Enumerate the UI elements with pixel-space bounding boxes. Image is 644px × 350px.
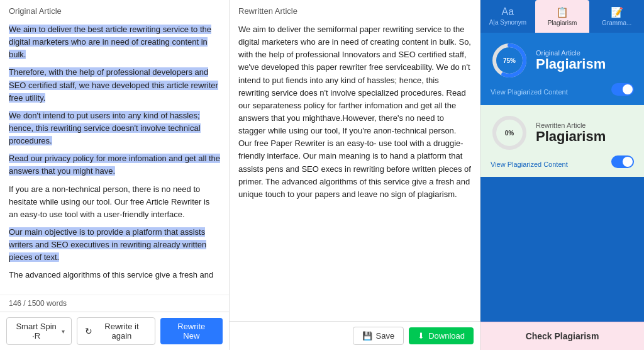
rewrite-again-label: Rewrite it again: [96, 322, 147, 341]
original-toggle[interactable]: [611, 83, 634, 96]
rewritten-view-row: View Plagiarized Content: [491, 155, 634, 168]
smart-spin-select[interactable]: Smart Spin ·R ▾: [6, 317, 72, 345]
chevron-down-icon: ▾: [62, 328, 65, 335]
download-button[interactable]: ⬇ Download: [409, 327, 474, 344]
original-text: We aim to deliver the best article rewri…: [0, 20, 229, 295]
rewrite-again-button[interactable]: ↻ Rewrite it again: [77, 317, 155, 345]
smart-spin-label: Smart Spin ·R: [13, 322, 59, 341]
download-label: Download: [428, 331, 465, 341]
tab-synonym-label: A|a Synonym: [489, 19, 526, 26]
right-panel: Rewritten Article We aim to deliver the …: [230, 0, 480, 350]
rewritten-text: We aim to deliver the semiformal paper r…: [230, 20, 480, 321]
original-view-link[interactable]: View Plagiarized Content: [491, 88, 568, 96]
right-bottom-bar: 💾 Save ⬇ Download: [230, 321, 480, 350]
rewritten-article-label: Rewritten Article: [230, 0, 480, 20]
save-icon: 💾: [362, 331, 372, 341]
rewritten-circle-chart: 0%: [491, 114, 528, 152]
svg-text:0%: 0%: [505, 130, 514, 137]
sidebar: Aa A|a Synonym 📋 Plagiarism 📝 Gramma... …: [480, 0, 644, 350]
main-area: Original Article We aim to deliver the b…: [0, 0, 644, 350]
tab-plagiarism-label: Plagiarism: [548, 20, 577, 26]
rewritten-toggle[interactable]: [611, 155, 634, 168]
original-card-text: Original Article Plagiarism: [536, 49, 634, 72]
sidebar-tabs: Aa A|a Synonym 📋 Plagiarism 📝 Gramma...: [480, 0, 644, 33]
original-text-container: We aim to deliver the best article rewri…: [0, 20, 229, 295]
download-icon: ⬇: [418, 331, 425, 341]
rewritten-plagiarism-card: 0% Rewritten Article Plagiarism View Pla…: [480, 105, 644, 177]
save-label: Save: [376, 331, 395, 341]
rewritten-card-inner: 0% Rewritten Article Plagiarism: [491, 114, 634, 152]
tab-synonym[interactable]: Aa A|a Synonym: [480, 0, 535, 33]
original-card-inner: 75% Original Article Plagiarism: [491, 42, 634, 79]
tab-grammar-label: Gramma...: [602, 20, 631, 26]
original-plagiarism-card: 75% Original Article Plagiarism View Pla…: [480, 33, 644, 104]
grammar-icon: 📝: [611, 6, 623, 18]
rewritten-card-title: Plagiarism: [536, 129, 634, 144]
rewritten-view-link[interactable]: View Plagiarized Content: [491, 161, 568, 168]
sidebar-spacer: [480, 177, 644, 322]
synonym-icon: Aa: [502, 6, 514, 18]
save-button[interactable]: 💾 Save: [353, 327, 404, 345]
original-article-label: Original Article: [0, 0, 229, 20]
rewritten-card-text: Rewritten Article Plagiarism: [536, 121, 634, 144]
left-bottom-bar: Smart Spin ·R ▾ ↻ Rewrite it again Rewri…: [0, 312, 229, 350]
original-view-row: View Plagiarized Content: [491, 83, 634, 96]
plagiarism-icon: 📋: [556, 6, 569, 18]
rewrite-new-label: Rewrite New: [177, 322, 205, 341]
check-plagiarism-button[interactable]: Check Plagiarism: [480, 322, 644, 350]
tab-plagiarism[interactable]: 📋 Plagiarism: [535, 0, 590, 33]
svg-text:75%: 75%: [503, 57, 516, 64]
original-circle-chart: 75%: [491, 42, 528, 79]
word-count: 146 / 1500 words: [0, 295, 229, 312]
tab-grammar[interactable]: 📝 Gramma...: [589, 0, 644, 33]
left-panel: Original Article We aim to deliver the b…: [0, 0, 230, 350]
original-card-title: Plagiarism: [536, 57, 634, 72]
rewrite-new-button[interactable]: Rewrite New: [160, 318, 223, 344]
rewrite-icon: ↻: [85, 326, 92, 336]
